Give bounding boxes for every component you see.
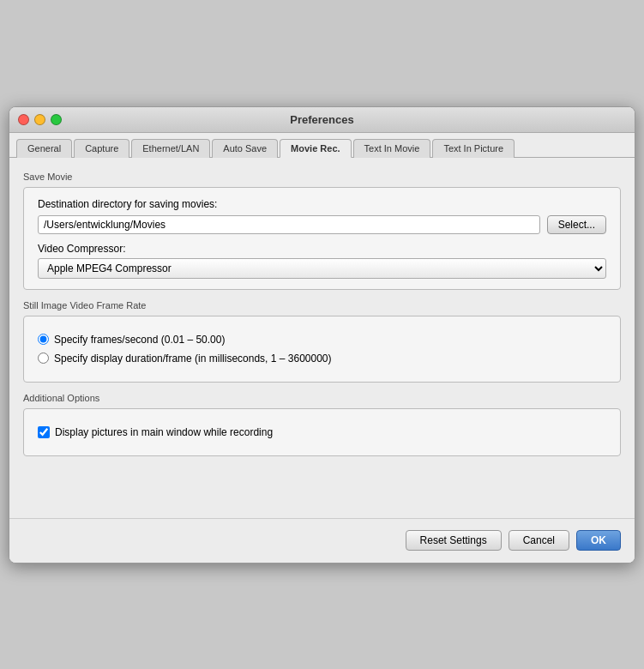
footer: Reset Settings Cancel OK bbox=[9, 518, 635, 563]
tab-bar: General Capture Ethernet/LAN Auto Save M… bbox=[9, 133, 635, 158]
compressor-select[interactable]: Apple MPEG4 CompressorH.264Motion JPEG A… bbox=[38, 258, 606, 279]
close-button[interactable] bbox=[18, 114, 29, 125]
radio-display-duration[interactable]: Specify display duration/frame (in milli… bbox=[38, 353, 606, 365]
minimize-button[interactable] bbox=[34, 114, 45, 125]
save-movie-box: Destination directory for saving movies:… bbox=[23, 187, 621, 290]
select-button[interactable]: Select... bbox=[547, 215, 606, 234]
frame-rate-box: Specify frames/second (0.01 – 50.00) Spe… bbox=[23, 316, 621, 383]
additional-options-section: Additional Options Display pictures in m… bbox=[23, 393, 621, 456]
frame-rate-radio-group: Specify frames/second (0.01 – 50.00) Spe… bbox=[38, 327, 606, 371]
display-pictures-label: Display pictures in main window while re… bbox=[55, 426, 273, 438]
path-input-row: Select... bbox=[38, 215, 606, 234]
tab-text-in-movie[interactable]: Text In Movie bbox=[353, 139, 431, 158]
path-input[interactable] bbox=[38, 215, 540, 234]
dest-directory-label: Destination directory for saving movies: bbox=[38, 198, 606, 210]
save-movie-label: Save Movie bbox=[23, 172, 621, 182]
frame-rate-section: Still Image Video Frame Rate Specify fra… bbox=[23, 300, 621, 383]
display-pictures-checkbox-label[interactable]: Display pictures in main window while re… bbox=[38, 419, 606, 445]
radio-duration-input[interactable] bbox=[38, 353, 49, 364]
frame-rate-label: Still Image Video Frame Rate bbox=[23, 300, 621, 310]
tab-capture[interactable]: Capture bbox=[74, 139, 129, 158]
maximize-button[interactable] bbox=[51, 114, 62, 125]
tab-ethernet-lan[interactable]: Ethernet/LAN bbox=[131, 139, 210, 158]
ok-button[interactable]: OK bbox=[576, 530, 621, 551]
radio-fps-input[interactable] bbox=[38, 334, 49, 345]
reset-settings-button[interactable]: Reset Settings bbox=[406, 530, 502, 551]
tab-general[interactable]: General bbox=[16, 139, 72, 158]
radio-fps-label: Specify frames/second (0.01 – 50.00) bbox=[54, 334, 225, 346]
cancel-button[interactable]: Cancel bbox=[509, 530, 569, 551]
additional-options-box: Display pictures in main window while re… bbox=[23, 408, 621, 456]
window-title: Preferences bbox=[290, 113, 353, 126]
save-movie-section: Save Movie Destination directory for sav… bbox=[23, 172, 621, 290]
radio-duration-label: Specify display duration/frame (in milli… bbox=[54, 353, 332, 365]
title-bar: Preferences bbox=[9, 107, 635, 133]
main-content: Save Movie Destination directory for sav… bbox=[9, 158, 635, 518]
tab-auto-save[interactable]: Auto Save bbox=[212, 139, 278, 158]
radio-frames-per-second[interactable]: Specify frames/second (0.01 – 50.00) bbox=[38, 334, 606, 346]
video-compressor-label: Video Compressor: bbox=[38, 243, 606, 255]
additional-options-label: Additional Options bbox=[23, 393, 621, 403]
display-pictures-checkbox[interactable] bbox=[38, 426, 50, 438]
tab-movie-rec[interactable]: Movie Rec. bbox=[280, 139, 351, 158]
tab-text-in-picture[interactable]: Text In Picture bbox=[432, 139, 515, 158]
